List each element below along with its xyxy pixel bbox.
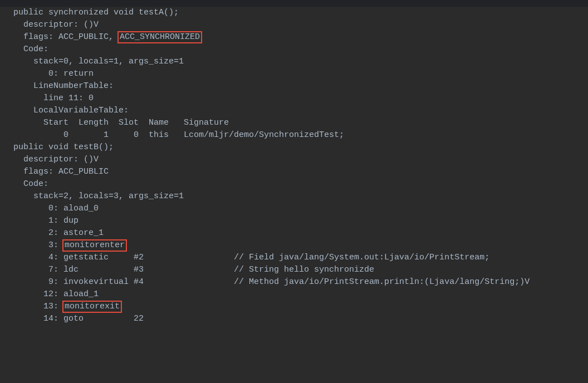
code-line: Code: (0, 43, 588, 56)
code-line: stack=2, locals=3, args_size=1 (0, 190, 588, 203)
code-line: line 11: 0 (0, 92, 588, 105)
highlight-monitorenter: monitorenter (62, 239, 127, 252)
code-line: flags: ACC_PUBLIC (0, 166, 588, 178)
code-line: public synchronized void testA(); (0, 7, 588, 19)
code-line: 14: goto 22 (0, 313, 588, 325)
code-line: flags: ACC_PUBLIC, ACC_SYNCHRONIZED (0, 31, 588, 43)
code-editor: public synchronized void testA(); descri… (0, 0, 588, 383)
code-line: Code: (0, 178, 588, 190)
code-line: 3: monitorenter (0, 239, 588, 252)
code-line: 13: monitorexit (0, 301, 588, 313)
code-line: 4: getstatic #2 // Field java/lang/Syste… (0, 252, 588, 264)
highlight-monitorexit: monitorexit (62, 301, 122, 313)
top-editor-strip (0, 0, 588, 7)
code-line: descriptor: ()V (0, 154, 588, 166)
code-line: 9: invokevirtual #4 // Method java/io/Pr… (0, 276, 588, 288)
highlight-acc-synchronized: ACC_SYNCHRONIZED (117, 31, 202, 43)
code-line: 0 1 0 this Lcom/mljr/demo/SynchronizedTe… (0, 129, 588, 141)
code-line: public void testB(); (0, 141, 588, 154)
code-line: LocalVariableTable: (0, 105, 588, 117)
code-line: 0: aload_0 (0, 203, 588, 215)
code-line: LineNumberTable: (0, 80, 588, 92)
instr-prefix: 3: (13, 240, 63, 250)
code-line: 12: aload_1 (0, 288, 588, 301)
instr-prefix: 13: (13, 302, 63, 311)
code-line: stack=0, locals=1, args_size=1 (0, 56, 588, 68)
code-line: 2: astore_1 (0, 227, 588, 239)
code-line: 0: return (0, 68, 588, 80)
code-line: Start Length Slot Name Signature (0, 117, 588, 129)
code-line: descriptor: ()V (0, 19, 588, 31)
flags-prefix: flags: ACC_PUBLIC, (13, 32, 119, 42)
code-line: 7: ldc #3 // String hello synchronizde (0, 264, 588, 276)
code-line: 1: dup (0, 215, 588, 227)
